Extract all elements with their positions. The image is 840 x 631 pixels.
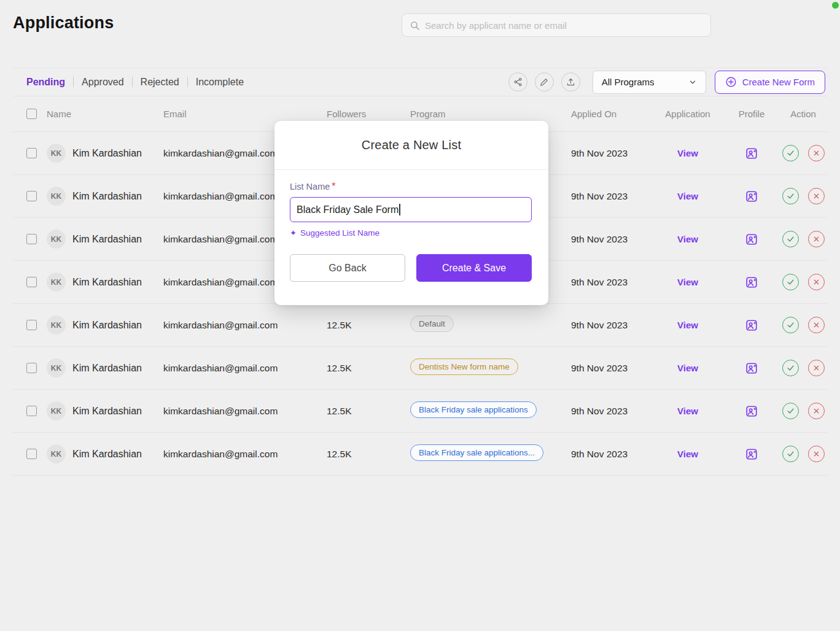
- share-icon: [513, 77, 523, 87]
- reject-button[interactable]: [808, 274, 825, 290]
- followers-count: 12.5K: [327, 449, 410, 460]
- view-application-link[interactable]: View: [677, 363, 698, 373]
- check-icon: [787, 149, 795, 157]
- profile-card-icon[interactable]: [745, 405, 758, 418]
- col-header-program: Program: [410, 109, 571, 119]
- suggested-list-name[interactable]: ✦ Suggested List Name: [290, 228, 533, 238]
- applicant-name: Kim Kardashian: [72, 320, 142, 331]
- approve-button[interactable]: [782, 188, 799, 204]
- row-checkbox[interactable]: [26, 363, 37, 373]
- check-icon: [787, 364, 795, 372]
- applicant-name: Kim Kardashian: [72, 191, 142, 202]
- profile-card-icon[interactable]: [745, 147, 758, 160]
- view-application-link[interactable]: View: [677, 234, 698, 244]
- tab-approved[interactable]: Approved: [82, 77, 124, 88]
- row-checkbox[interactable]: [26, 449, 37, 459]
- profile-card-icon[interactable]: [745, 447, 758, 461]
- tab-separator: [132, 77, 133, 87]
- applicant-name-cell: KK Kim Kardashian: [47, 401, 163, 420]
- reject-button[interactable]: [808, 360, 825, 376]
- reject-button[interactable]: [808, 317, 825, 333]
- view-application-link[interactable]: View: [677, 191, 698, 201]
- search-input[interactable]: [425, 20, 703, 31]
- online-status-dot: [832, 2, 839, 9]
- approve-button[interactable]: [782, 446, 799, 462]
- approve-button[interactable]: [782, 274, 799, 290]
- profile-card-icon[interactable]: [745, 190, 758, 203]
- row-checkbox[interactable]: [26, 277, 37, 287]
- view-application-link[interactable]: View: [677, 320, 698, 330]
- list-name-label: List Name: [290, 182, 330, 192]
- x-icon: [813, 451, 820, 457]
- applied-on-date: 9th Nov 2023: [571, 234, 651, 245]
- go-back-button[interactable]: Go Back: [290, 254, 405, 282]
- applicant-name-cell: KK Kim Kardashian: [47, 358, 163, 377]
- tab-incomplete[interactable]: Incomplete: [196, 77, 244, 88]
- view-application-link[interactable]: View: [677, 148, 698, 158]
- share-button[interactable]: [508, 72, 527, 91]
- applicant-name-cell: KK Kim Kardashian: [47, 316, 163, 335]
- col-header-action: Action: [779, 109, 828, 119]
- approve-button[interactable]: [782, 403, 799, 419]
- x-icon: [813, 279, 820, 285]
- edit-button[interactable]: [535, 72, 554, 91]
- applicant-name-cell: KK Kim Kardashian: [47, 273, 163, 292]
- tab-pending[interactable]: Pending: [26, 77, 65, 88]
- view-application-link[interactable]: View: [677, 449, 698, 459]
- profile-card-icon[interactable]: [745, 276, 758, 289]
- programs-filter-select[interactable]: All Programs: [593, 71, 706, 94]
- applicant-name: Kim Kardashian: [72, 363, 142, 374]
- program-pill: Dentists New form name: [410, 358, 518, 375]
- reject-button[interactable]: [808, 446, 825, 462]
- table-row: KK Kim Kardashian kimkardashian@gmail.co…: [12, 347, 828, 390]
- sparkle-icon: ✦: [290, 228, 297, 238]
- search-bar[interactable]: [402, 14, 711, 37]
- upload-icon: [566, 77, 575, 87]
- plus-circle-icon: [725, 76, 737, 88]
- applied-on-date: 9th Nov 2023: [571, 406, 651, 417]
- avatar: KK: [47, 187, 66, 206]
- search-icon: [410, 20, 420, 31]
- check-icon: [787, 192, 795, 200]
- program-pill: Black Friday sale applications: [410, 401, 537, 418]
- row-checkbox[interactable]: [26, 234, 37, 244]
- reject-button[interactable]: [808, 145, 825, 161]
- suggested-list-name-label: Suggested List Name: [300, 228, 379, 238]
- row-checkbox[interactable]: [26, 191, 37, 201]
- approve-button[interactable]: [782, 231, 799, 247]
- followers-count: 12.5K: [327, 320, 410, 331]
- col-header-profile: Profile: [725, 109, 779, 119]
- create-new-form-button[interactable]: Create New Form: [715, 71, 825, 94]
- applicant-email: kimkardashian@gmail.com: [163, 320, 327, 331]
- reject-button[interactable]: [808, 231, 825, 247]
- list-name-input[interactable]: Black Friday Sale Form: [290, 197, 532, 222]
- profile-card-icon[interactable]: [745, 319, 758, 332]
- col-header-applied-on: Applied On: [571, 109, 651, 119]
- export-button[interactable]: [561, 72, 580, 91]
- tab-separator: [187, 77, 188, 87]
- profile-card-icon[interactable]: [745, 233, 758, 246]
- applicant-email: kimkardashian@gmail.com: [163, 363, 327, 374]
- approve-button[interactable]: [782, 145, 799, 161]
- applied-on-date: 9th Nov 2023: [571, 320, 651, 331]
- select-all-checkbox[interactable]: [26, 109, 37, 119]
- row-checkbox[interactable]: [26, 148, 37, 158]
- page-title: Applications: [13, 14, 114, 33]
- followers-count: 12.5K: [327, 363, 410, 374]
- tab-rejected[interactable]: Rejected: [141, 77, 179, 88]
- profile-card-icon[interactable]: [745, 362, 758, 375]
- status-tabs: Pending Approved Rejected Incomplete: [26, 77, 244, 88]
- table-row: KK Kim Kardashian kimkardashian@gmail.co…: [12, 433, 828, 476]
- reject-button[interactable]: [808, 188, 825, 204]
- col-header-application: Application: [651, 109, 725, 119]
- avatar: KK: [47, 401, 66, 420]
- approve-button[interactable]: [782, 360, 799, 376]
- create-save-button[interactable]: Create & Save: [416, 254, 532, 282]
- approve-button[interactable]: [782, 317, 799, 333]
- row-checkbox[interactable]: [26, 406, 37, 416]
- reject-button[interactable]: [808, 403, 825, 419]
- view-application-link[interactable]: View: [677, 277, 698, 287]
- view-application-link[interactable]: View: [677, 406, 698, 416]
- row-checkbox[interactable]: [26, 320, 37, 330]
- applied-on-date: 9th Nov 2023: [571, 191, 651, 202]
